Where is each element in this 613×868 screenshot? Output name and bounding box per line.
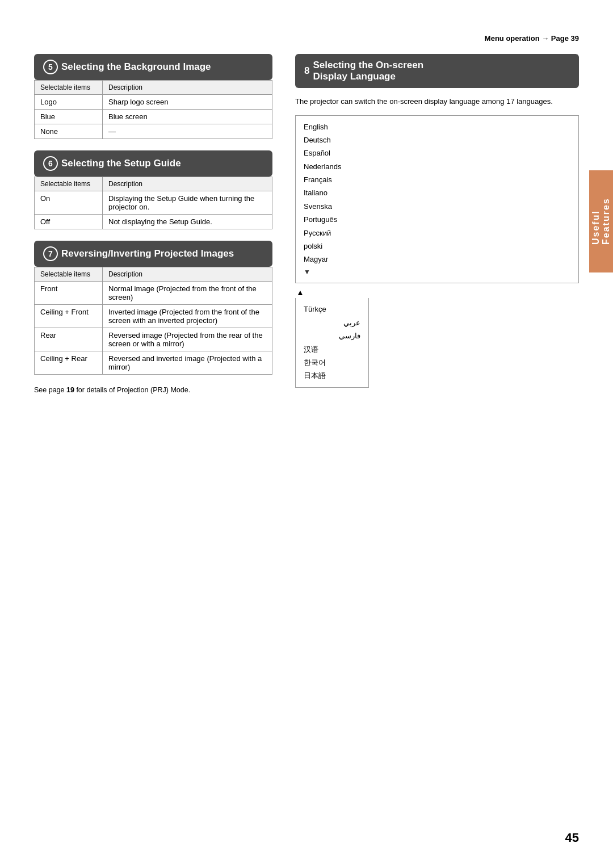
section7-table: Selectable items Description Front Norma… — [34, 267, 272, 375]
language-list-bottom-wrapper: ▲ Türkçe عربي فارسي 汉语 한국어 日本語 — [295, 288, 579, 387]
left-column: 5 Selecting the Background Image Selecta… — [34, 54, 272, 394]
desc-off: Not displaying the Setup Guide. — [103, 215, 272, 229]
section6-title: Selecting the Setup Guide — [61, 158, 181, 169]
section5-title: Selecting the Background Image — [61, 61, 211, 73]
lang-svenska: Svenska — [304, 200, 570, 213]
section8-description: The projector can switch the on-screen d… — [295, 96, 579, 107]
item-ceiling-front: Ceiling + Front — [35, 305, 103, 328]
menu-note-page: 39 — [571, 34, 579, 43]
item-front: Front — [35, 282, 103, 305]
side-tab-label: UsefulFeatures — [591, 198, 611, 245]
footer-page-num: 19 — [66, 386, 74, 394]
lang-russian: Русский — [304, 227, 570, 240]
page-number: 45 — [565, 831, 579, 845]
desc-none: — — [103, 124, 272, 139]
item-ceiling-rear: Ceiling + Rear — [35, 351, 103, 375]
desc-logo: Sharp logo screen — [103, 95, 272, 110]
section5-table: Selectable items Description Logo Sharp … — [34, 80, 272, 139]
desc-ceiling-rear: Reversed and inverted image (Projected w… — [103, 351, 272, 375]
desc-blue: Blue screen — [103, 110, 272, 124]
table-row: Ceiling + Front Inverted image (Projecte… — [35, 305, 272, 328]
section7-footer: See page 19 for details of Projection (P… — [34, 386, 272, 394]
lang-chinese: 汉语 — [304, 343, 360, 356]
item-none: None — [35, 124, 103, 139]
desc-rear: Reversed image (Projected from the rear … — [103, 328, 272, 351]
col-header-desc: Description — [103, 81, 272, 95]
desc-front: Normal image (Projected from the front o… — [103, 282, 272, 305]
desc-on: Displaying the Setup Guide when turning … — [103, 191, 272, 215]
lang-francais: Français — [304, 173, 570, 186]
section7-title: Reversing/Inverting Projected Images — [61, 248, 234, 259]
lang-arabic: عربي — [304, 316, 360, 329]
lang-polski: polski — [304, 240, 570, 253]
section8-title: Selecting the On-screen Display Language — [313, 60, 423, 82]
item-off: Off — [35, 215, 103, 229]
table-row: On Displaying the Setup Guide when turni… — [35, 191, 272, 215]
table-row: Blue Blue screen — [35, 110, 272, 124]
lang-nederlands: Nederlands — [304, 160, 570, 173]
lang-japanese: 日本語 — [304, 369, 360, 382]
language-list: English Deutsch Español Nederlands Franç… — [295, 115, 579, 388]
side-tab: UsefulFeatures — [589, 170, 613, 272]
lang-magyar: Magyar — [304, 253, 570, 266]
lang-portugues: Português — [304, 213, 570, 226]
lang-espanol: Español — [304, 146, 570, 160]
section6-table: Selectable items Description On Displayi… — [34, 177, 272, 229]
section5-header: 5 Selecting the Background Image — [34, 54, 272, 80]
arrow-up-indicator: ▲ — [296, 288, 579, 297]
table-row: Front Normal image (Projected from the f… — [35, 282, 272, 305]
section7-header: 7 Reversing/Inverting Projected Images — [34, 241, 272, 267]
table-row: Off Not displaying the Setup Guide. — [35, 215, 272, 229]
col-header-items: Selectable items — [35, 81, 103, 95]
language-list-top: English Deutsch Español Nederlands Franç… — [295, 115, 579, 284]
col-header-desc: Description — [103, 267, 272, 282]
item-rear: Rear — [35, 328, 103, 351]
language-list-bottom: Türkçe عربي فارسي 汉语 한국어 日本語 — [295, 298, 369, 387]
menu-note-text: Menu operation → Page — [485, 34, 571, 43]
item-blue: Blue — [35, 110, 103, 124]
page-container: UsefulFeatures Menu operation → Page 39 … — [0, 0, 613, 868]
right-column: 8 Selecting the On-screen Display Langua… — [295, 54, 579, 394]
table-row: Selectable items Description — [35, 267, 272, 282]
section5-number: 5 — [43, 60, 58, 74]
desc-ceiling-front: Inverted image (Projected from the front… — [103, 305, 272, 328]
section8-number: 8 — [304, 65, 309, 77]
lang-italiano: Italiano — [304, 186, 570, 199]
table-row: None — — [35, 124, 272, 139]
section7-number: 7 — [43, 246, 58, 261]
col-header-items: Selectable items — [35, 177, 103, 191]
footer-text1: See page — [34, 386, 66, 394]
lang-english: English — [304, 120, 570, 133]
section6-header: 6 Selecting the Setup Guide — [34, 150, 272, 177]
lang-deutsch: Deutsch — [304, 133, 570, 146]
col-header-desc: Description — [103, 177, 272, 191]
col-header-items: Selectable items — [35, 267, 103, 282]
lang-farsi: فارسي — [304, 329, 360, 342]
item-on: On — [35, 191, 103, 215]
item-logo: Logo — [35, 95, 103, 110]
table-row: Rear Reversed image (Projected from the … — [35, 328, 272, 351]
footer-text2: for details of Projection (PRJ) Mode. — [74, 386, 190, 394]
table-row: Logo Sharp logo screen — [35, 95, 272, 110]
table-row: Selectable items Description — [35, 81, 272, 95]
two-column-layout: 5 Selecting the Background Image Selecta… — [34, 54, 579, 394]
lang-turkce: Türkçe — [304, 303, 360, 316]
table-row: Selectable items Description — [35, 177, 272, 191]
lang-korean: 한국어 — [304, 356, 360, 369]
arrow-down-indicator: ▼ — [304, 266, 570, 279]
section8-header: 8 Selecting the On-screen Display Langua… — [295, 54, 579, 88]
table-row: Ceiling + Rear Reversed and inverted ima… — [35, 351, 272, 375]
menu-note: Menu operation → Page 39 — [34, 34, 579, 43]
section6-number: 6 — [43, 156, 58, 171]
